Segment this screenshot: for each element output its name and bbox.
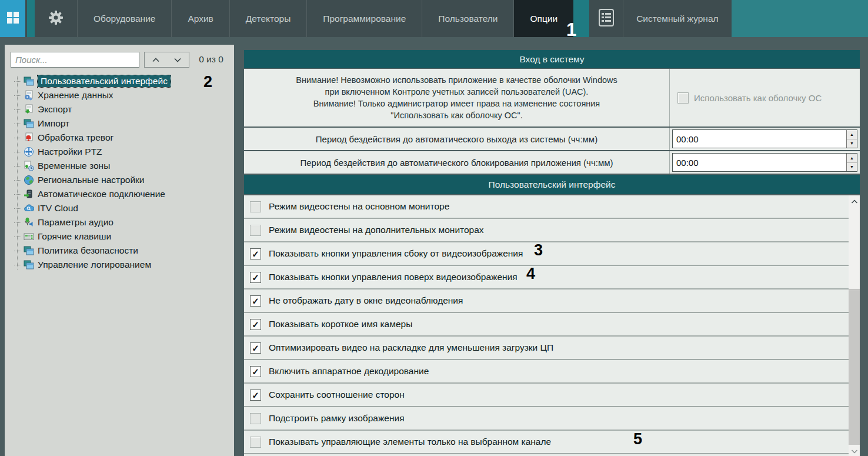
tab-active-Опции[interactable]: Опции [513,0,573,37]
tree-item[interactable]: Автоматическое подключение [5,187,234,201]
chevron-up-icon [152,55,160,65]
option-row: Режим видеостены на дополнительных монит… [244,219,849,241]
system-journal-button[interactable] [589,0,623,37]
use-as-os-shell-label: Использовать как оболочку ОС [694,93,822,103]
option-label: Не отображать дату в окне видеонаблюдени… [269,295,463,306]
option-checkbox[interactable]: ✓ [250,248,261,259]
tree-item[interactable]: Импорт [5,117,234,131]
tree-item[interactable]: Горячие клавиши [5,229,234,244]
search-result-counter: 0 из 0 [192,54,231,65]
annotation-5: 5 [633,430,642,448]
tree-connector [14,109,21,110]
auto-logout-input-cell: ▲ ▼ [670,128,860,150]
spin-up-button[interactable]: ▲ [847,154,857,163]
alarm-icon [23,132,35,143]
settings-button[interactable] [35,0,77,37]
option-label: Показывать кнопки управления поверх виде… [269,272,518,282]
option-label: Сохранить соотношение сторон [269,390,405,400]
chevron-down-icon [851,445,858,456]
tree-item[interactable]: Региональные настройки [5,173,234,187]
tree-connector [14,95,21,96]
option-checkbox[interactable] [250,413,261,424]
tree-connector [14,124,21,124]
tree-item[interactable]: Временные зоны [5,159,234,173]
toolbar-tabs: ОборудованиеАрхивДетекторыПрограммирован… [77,0,573,37]
tab-Детекторы[interactable]: Детекторы [229,0,306,37]
spin-down-button[interactable]: ▼ [847,139,857,148]
scrollbar-up-button[interactable] [849,195,860,207]
ui-options-list: Режим видеостены на основном монитореРеж… [244,195,849,456]
tree-connector [14,251,21,251]
option-checkbox[interactable] [250,437,261,448]
options-scrollbar[interactable] [849,195,860,456]
tab-Пользователи[interactable]: Пользователи [422,0,513,37]
scrollbar-down-button[interactable] [849,445,860,456]
option-checkbox[interactable] [250,201,261,212]
sidebar: 0 из 0 Пользовательский интерфейсХранени… [5,45,234,456]
option-checkbox[interactable] [250,225,261,236]
tree-connector [14,166,21,167]
tree-item[interactable]: Управление логированием [5,258,234,272]
annotation-3: 3 [534,241,543,259]
tree-item-label: Пользовательский интерфейс [38,75,171,87]
option-checkbox[interactable]: ✓ [250,366,261,377]
auto-logout-time-input[interactable] [673,130,857,148]
tree-item[interactable]: Политика безопасности [5,244,234,258]
tree-item-label: Управление логированием [38,259,151,270]
tab-system-journal[interactable]: Системный журнал [623,0,731,37]
tree-item[interactable]: Хранение данных [5,88,234,102]
annotation-4: 4 [526,265,535,283]
search-prev-button[interactable] [144,52,167,68]
tree-item-label: ITV Cloud [38,203,78,214]
gear-icon [47,9,65,29]
tree-item[interactable]: Параметры аудио [5,215,234,229]
warning-line: Внимание! Невозможно использовать прилож… [244,74,669,86]
journal-icon [598,8,615,29]
toolbar-right-panel [732,0,868,37]
option-checkbox[interactable]: ✓ [250,319,261,330]
option-row: ✓Не отображать дату в окне видеонаблюден… [244,289,849,312]
toolbar: ОборудованиеАрхивДетекторыПрограммирован… [0,0,868,37]
tree-item[interactable]: Обработка тревог [5,131,234,145]
option-label: Подстроить рамку изображения [269,413,405,424]
tree-item[interactable]: Настройки PTZ [5,145,234,159]
tab-Архив[interactable]: Архив [171,0,229,37]
tree-item-label: Хранение данных [38,90,113,101]
tree-connector [14,180,21,181]
scrollbar-thumb[interactable] [849,289,860,446]
tab-Оборудование[interactable]: Оборудование [77,0,171,37]
option-row: Режим видеостены на основном мониторе [244,195,849,218]
option-checkbox[interactable]: ✓ [250,295,261,307]
spin-down-button[interactable]: ▼ [847,163,857,172]
option-label: Оптимизировать видео на раскладке для ум… [269,342,553,353]
option-checkbox[interactable]: ✓ [250,390,261,401]
tree-item[interactable]: Экспорт [5,102,234,117]
tree-connector [14,194,21,195]
windows-icon [23,76,35,86]
option-label: Режим видеостены на дополнительных монит… [269,225,484,235]
option-row: ✓Показывать короткое имя камеры [244,313,849,335]
spinner: ▲ ▼ [846,154,857,171]
search-input[interactable] [11,52,139,68]
spinner: ▲ ▼ [846,130,857,148]
globe-icon [23,175,35,185]
option-checkbox[interactable]: ✓ [250,272,261,283]
tree-item-label: Параметры аудио [38,217,113,228]
use-as-os-shell-checkbox[interactable] [677,92,689,104]
sidebar-tree: Пользовательский интерфейсХранение данны… [5,74,234,272]
warning-line: при включенном Контроле учетных записей … [244,86,669,98]
spin-up-button[interactable]: ▲ [847,130,857,139]
tree-item[interactable]: ITV Cloud [5,201,234,215]
tree-item[interactable]: Пользовательский интерфейс [5,74,234,88]
tree-item-label: Временные зоны [38,161,110,171]
app-menu-button[interactable] [0,0,25,37]
auto-lock-time-input[interactable] [673,154,857,171]
option-checkbox[interactable]: ✓ [250,342,261,354]
tab-Программирование[interactable]: Программирование [306,0,422,37]
teal-accent-strip [27,0,35,37]
section-header-login: Вход в систему [244,50,860,68]
application-window: ОборудованиеАрхивДетекторыПрограммирован… [0,0,868,456]
tree-connector [14,81,21,82]
search-next-button[interactable] [166,52,189,68]
tree-item-label: Импорт [38,118,69,129]
